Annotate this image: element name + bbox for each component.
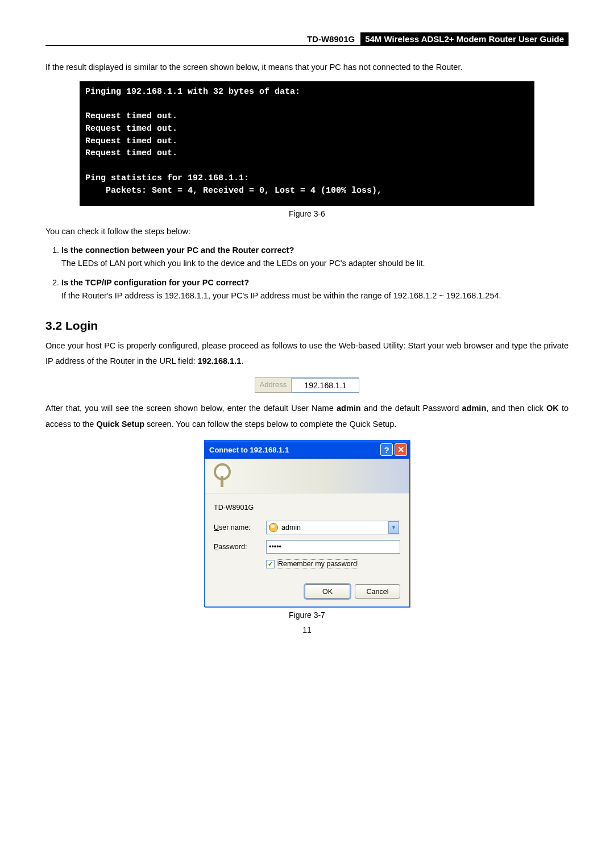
remember-checkbox[interactable]: ✔: [266, 560, 275, 568]
dialog-body: TD-W8901G User name: admin ▼ Password: •…: [205, 493, 409, 607]
login-paragraph: Once your host PC is properly configured…: [45, 338, 569, 369]
check-intro: You can check it follow the steps below:: [45, 224, 569, 240]
step-item: Is the connection between your PC and th…: [61, 246, 569, 272]
username-value: admin: [281, 524, 386, 531]
password-row: Password: •••••: [214, 540, 400, 554]
username-row: User name: admin ▼: [214, 521, 400, 534]
header-model: TD-W8901G: [304, 32, 358, 45]
chevron-down-icon[interactable]: ▼: [388, 521, 399, 534]
step-item: Is the TCP/IP configuration for your PC …: [61, 278, 569, 304]
address-field[interactable]: 192.168.1.1: [292, 377, 359, 393]
text-run: After that, you will see the screen show…: [45, 404, 337, 413]
step-question: Is the TCP/IP configuration for your PC …: [61, 278, 569, 287]
login-para-text: Once your host PC is properly configured…: [45, 341, 569, 366]
bold-run: OK: [546, 404, 559, 413]
figure-caption-1: Figure 3-6: [45, 209, 569, 218]
dialog-banner: [205, 459, 409, 493]
text-run: screen. You can follow the steps below t…: [144, 420, 396, 429]
help-button[interactable]: ?: [380, 443, 393, 456]
section-heading: 3.2 Login: [45, 319, 569, 333]
page-number: 11: [45, 625, 569, 634]
text-run: and the default Password: [361, 404, 462, 413]
step-question: Is the connection between your PC and th…: [61, 246, 569, 255]
address-label: Address: [255, 377, 292, 393]
dialog-titlebar[interactable]: Connect to 192.168.1.1 ? ✕: [205, 441, 409, 459]
text-run: , and then click: [486, 404, 546, 413]
figure-caption-2: Figure 3-7: [45, 610, 569, 620]
header-title: 54M Wireless ADSL2+ Modem Router User Gu…: [360, 32, 569, 45]
remember-label: Remember my password: [277, 559, 358, 568]
cancel-button[interactable]: Cancel: [355, 584, 400, 599]
bold-run: admin: [462, 404, 487, 413]
dialog-buttons: OK Cancel: [214, 584, 400, 599]
login-ip: 192.168.1.1: [198, 356, 242, 366]
step-answer: The LEDs of LAN port which you link to t…: [61, 256, 569, 272]
dialog-title: Connect to 192.168.1.1: [209, 446, 379, 454]
password-label: Password:: [214, 543, 266, 551]
auth-dialog: Connect to 192.168.1.1 ? ✕ TD-W8901G Use…: [204, 440, 410, 607]
bold-run: Quick Setup: [96, 420, 144, 429]
username-label: User name:: [214, 524, 266, 531]
after-url-paragraph: After that, you will see the screen show…: [45, 401, 569, 432]
password-value: •••••: [269, 543, 281, 551]
page-header: TD-W8901G 54M Wireless ADSL2+ Modem Rout…: [45, 34, 569, 46]
password-input[interactable]: •••••: [266, 540, 400, 554]
realm-text: TD-W8901G: [214, 504, 400, 512]
address-bar-figure: Address 192.168.1.1: [45, 377, 569, 393]
step-answer: If the Router's IP address is 192.168.1.…: [61, 288, 569, 304]
intro-paragraph: If the result displayed is similar to th…: [45, 60, 569, 76]
user-icon: [269, 523, 278, 532]
troubleshoot-steps: Is the connection between your PC and th…: [45, 246, 569, 304]
bold-run: admin: [337, 404, 361, 413]
key-icon: [211, 463, 234, 488]
terminal-output: Pinging 192.168.1.1 with 32 bytes of dat…: [80, 81, 534, 206]
username-combo[interactable]: admin ▼: [266, 521, 400, 534]
remember-row[interactable]: ✔ Remember my password: [266, 559, 400, 568]
ok-button[interactable]: OK: [305, 584, 350, 599]
close-button[interactable]: ✕: [395, 443, 407, 456]
